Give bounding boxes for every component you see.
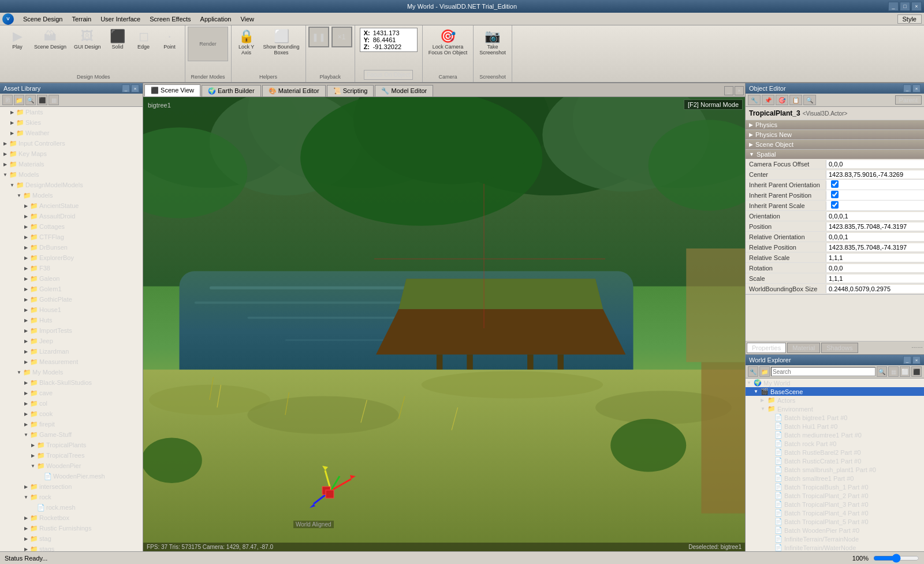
gui-design-button[interactable]: 🖼 GUI Design — [70, 27, 105, 53]
we-item-infinitewater[interactable]: 📄InfiniteTerrain/WaterNode — [746, 543, 924, 551]
expander-rustic-furnishings[interactable]: ▶ — [22, 524, 30, 532]
step-button[interactable]: ×1 — [331, 27, 352, 47]
we-item-batch-tropicalplant2-0[interactable]: 📄Batch TropicalPlant_2 Part #0 — [746, 491, 924, 500]
expander-plants[interactable]: ▶ — [8, 108, 16, 116]
expander-woodenpier[interactable]: ▼ — [29, 462, 37, 470]
scene-design-button[interactable]: 🏔 Scene Design — [31, 27, 70, 53]
asset-tree-item-plants[interactable]: ▶📁Plants — [0, 107, 143, 117]
asset-tree-item-drbunsen[interactable]: ▶📁DrBunsen — [0, 243, 143, 252]
expander-ctfflag[interactable]: ▶ — [22, 233, 30, 241]
we-expander-actors[interactable]: ▶ — [761, 398, 767, 403]
tab-material-editor[interactable]: 🎨 Material Editor — [262, 85, 326, 97]
expander-mymodels[interactable]: ▼ — [15, 368, 23, 376]
asset-tree-item-input-ctrl[interactable]: ▶📁Input Controllers — [0, 139, 143, 148]
asset-tree-item-mymodels[interactable]: ▼📁My Models — [0, 368, 143, 377]
asset-tree-item-jeep[interactable]: ▶📁Jeep — [0, 336, 143, 346]
expander-materials[interactable]: ▶ — [1, 160, 9, 168]
oe-btn-5[interactable]: 🔍 — [803, 95, 816, 105]
we-btn-3[interactable]: 🔍 — [877, 366, 887, 377]
menu-scene-design[interactable]: Scene Design — [18, 14, 68, 24]
asset-folder-button[interactable]: 📁 — [14, 95, 24, 105]
expander-measurement[interactable]: ▶ — [22, 358, 30, 366]
asset-view2-button[interactable]: ▦ — [49, 95, 59, 105]
asset-tree-item-cottages[interactable]: ▶📁Cottages — [0, 222, 143, 231]
take-screenshot-button[interactable]: 📷 TakeScreenshot — [476, 27, 509, 58]
obj-editor-close[interactable]: × — [912, 84, 921, 92]
expander-skies[interactable]: ▶ — [8, 118, 16, 127]
we-search-input[interactable] — [771, 367, 875, 376]
asset-tree-item-f38[interactable]: ▶📁F38 — [0, 264, 143, 273]
prop-val-7[interactable]: 0,0,0,1 — [826, 233, 924, 241]
asset-tree-item-rockmesh[interactable]: 📄rock.mesh — [0, 503, 143, 512]
we-expander-basescene[interactable]: ▼ — [754, 389, 761, 394]
tab-properties[interactable]: Properties — [747, 343, 786, 353]
we-item-batch-mediumtree1-0[interactable]: 📄Batch mediumtree1 Part #0 — [746, 431, 924, 439]
prop-val-12[interactable]: 0.2448,0.5079,0.2975 — [826, 285, 924, 293]
asset-view1-button[interactable]: ⬛ — [37, 95, 47, 105]
solid-button[interactable]: ⬛ Solid — [105, 27, 131, 53]
prop-val-10[interactable]: 0,0,0 — [826, 264, 924, 272]
oe-btn-4[interactable]: 📋 — [789, 95, 802, 105]
menu-terrain[interactable]: Terrain — [68, 14, 96, 24]
prop-val-8[interactable]: 1423.835,75.7048,-74.3197 — [826, 243, 924, 251]
tab-earth-builder[interactable]: 🌍 Earth Builder — [202, 85, 261, 97]
expander-rockmesh[interactable] — [29, 503, 37, 511]
we-item-batch-rusticcrate1-0[interactable]: 📄Batch RusticCrate1 Part #0 — [746, 457, 924, 465]
asset-tree-item-tropicaltrees[interactable]: ▶📁TropicalTrees — [0, 451, 143, 460]
expander-blackskullstudios[interactable]: ▶ — [22, 379, 30, 387]
lock-y-axis-button[interactable]: 🔒 Lock YAxis — [234, 27, 259, 58]
tab-material[interactable]: Material — [787, 343, 820, 353]
asset-tree-item-models[interactable]: ▼📁Models — [0, 170, 143, 179]
asset-search-button[interactable]: 🔍 — [25, 95, 36, 105]
prop-val-5[interactable]: 0,0,0,1 — [826, 212, 924, 220]
physics-header[interactable]: ▶ Physics — [746, 120, 924, 129]
asset-panel-minimize[interactable]: _ — [122, 84, 130, 92]
asset-tree-item-rocketbox[interactable]: ▶📁Rocketbox — [0, 513, 143, 522]
expander-jeep[interactable]: ▶ — [22, 337, 30, 345]
expander-stag[interactable]: ▶ — [22, 535, 30, 543]
edge-button[interactable]: ◻ Edge — [131, 27, 157, 53]
asset-tree-item-cook[interactable]: ▶📁cook — [0, 409, 143, 418]
tab-shadows[interactable]: Shadows — [821, 343, 858, 353]
we-btn-5[interactable]: ⬜ — [900, 366, 910, 377]
maximize-button[interactable]: □ — [900, 2, 910, 11]
expander-assaultdroid[interactable]: ▶ — [22, 212, 30, 220]
expander-stags[interactable]: ▶ — [22, 545, 30, 551]
asset-tree-item-explorerboy[interactable]: ▶📁ExplorerBoy — [0, 253, 143, 262]
menu-application[interactable]: Application — [196, 14, 236, 24]
obj-editor-expand[interactable]: …… — [911, 343, 923, 353]
scene-object-header[interactable]: ▶ Scene Object — [746, 140, 924, 149]
we-btn-2[interactable]: 📁 — [759, 366, 770, 377]
asset-tree-item-models2[interactable]: ▼📁Models — [0, 191, 143, 200]
asset-tree-item-golem1[interactable]: ▶📁Golem1 — [0, 284, 143, 294]
asset-tree-item-skies[interactable]: ▶📁Skies — [0, 118, 143, 127]
expander-explorerboy[interactable]: ▶ — [22, 254, 30, 262]
prop-val-11[interactable]: 1,1,1 — [826, 274, 924, 283]
expander-huts[interactable]: ▶ — [22, 316, 30, 324]
expander-rock[interactable]: ▼ — [22, 493, 30, 501]
prop-val-6[interactable]: 1423.835,75.7048,-74.3197 — [826, 222, 924, 231]
menu-screen-effects[interactable]: Screen Effects — [145, 14, 195, 24]
expander-models2[interactable]: ▼ — [15, 191, 23, 199]
expander-tropicaltrees[interactable]: ▶ — [29, 451, 37, 459]
we-item-batch-tropicalplant5-0[interactable]: 📄Batch TropicalPlant_5 Part #0 — [746, 517, 924, 526]
prop-checkbox-2[interactable] — [831, 180, 839, 188]
transform-gizmo[interactable] — [305, 459, 363, 517]
point-button[interactable]: · Point — [157, 27, 182, 53]
expander-cave[interactable]: ▶ — [22, 389, 30, 397]
asset-tree-item-galeon[interactable]: ▶📁Galeon — [0, 274, 143, 283]
we-btn-4[interactable]: ▦ — [888, 366, 899, 377]
expander-drbunsen[interactable]: ▶ — [22, 243, 30, 251]
asset-tree-item-importtests[interactable]: ▶📁ImportTests — [0, 326, 143, 335]
obj-editor-minimize[interactable]: _ — [903, 84, 911, 92]
viewport[interactable]: [F2] Normal Mode bigtree1 — [143, 97, 745, 551]
scene-panel-close[interactable]: × — [735, 86, 744, 95]
expander-lizardman[interactable]: ▶ — [22, 347, 30, 355]
we-btn-6[interactable]: ⬛ — [911, 366, 922, 377]
oe-btn-1[interactable]: 🔧 — [748, 95, 761, 105]
expander-rocketbox[interactable]: ▶ — [22, 514, 30, 522]
oe-btn-2[interactable]: 📌 — [762, 95, 774, 105]
style-button[interactable]: Style — [897, 14, 922, 24]
expander-galeon[interactable]: ▶ — [22, 274, 30, 283]
expander-col[interactable]: ▶ — [22, 399, 30, 407]
